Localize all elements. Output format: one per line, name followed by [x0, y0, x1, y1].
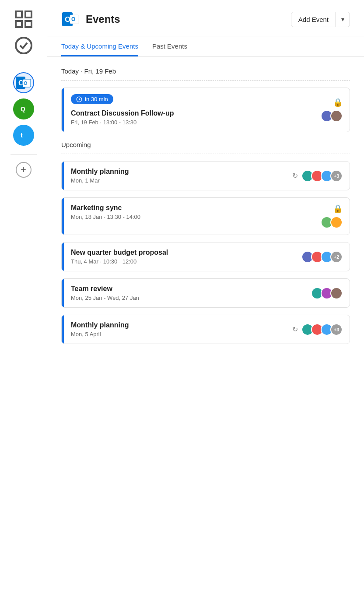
- svg-text:Q: Q: [21, 105, 25, 112]
- event-time: Fri, 19 Feb · 13:00 - 13:30: [71, 119, 307, 126]
- plus-icon: +: [21, 165, 26, 175]
- event-right: 🔒: [314, 198, 350, 235]
- page-title: Events: [86, 13, 120, 25]
- event-time: Mon, 25 Jan - Wed, 27 Jan: [71, 295, 297, 301]
- sidebar-divider-2: [10, 155, 37, 155]
- upcoming-section-label: Upcoming: [61, 141, 350, 148]
- upcoming-divider: [61, 154, 350, 154]
- event-card-upcoming-2[interactable]: New quarter budget proposal Thu, 4 Mar ·…: [61, 242, 350, 271]
- sidebar-item-outlook[interactable]: O O: [13, 72, 34, 93]
- event-title: Team review: [71, 285, 297, 293]
- event-right: ↻ +3: [285, 162, 350, 190]
- avatar: [330, 110, 343, 122]
- event-meta: ↻ +3: [292, 323, 343, 336]
- event-avatars: +3: [301, 323, 343, 336]
- event-badge: in 30 min: [71, 94, 113, 104]
- svg-rect-0: [16, 11, 22, 18]
- event-card-upcoming-1[interactable]: Marketing sync Mon, 18 Jan · 13:30 - 14:…: [61, 197, 350, 235]
- svg-text:O: O: [24, 81, 28, 86]
- avatar: [330, 287, 343, 299]
- svg-text:t: t: [21, 132, 23, 139]
- header-left: O O Events: [61, 10, 120, 29]
- outlook-logo: O O: [61, 10, 80, 29]
- event-meta: ↻ +3: [292, 170, 343, 182]
- event-time: Mon, 1 Mar: [71, 177, 278, 184]
- clock-icon: [76, 96, 82, 102]
- avatar-count: +3: [330, 170, 343, 182]
- event-title: New quarter budget proposal: [71, 249, 287, 256]
- event-body: Monthly planning Mon, 1 Mar: [64, 162, 285, 190]
- svg-rect-3: [25, 21, 32, 27]
- event-time: Mon, 18 Jan · 13:30 - 14:00: [71, 214, 307, 220]
- event-card-upcoming-0[interactable]: Monthly planning Mon, 1 Mar ↻ +3: [61, 161, 350, 190]
- event-body: Marketing sync Mon, 18 Jan · 13:30 - 14:…: [64, 198, 314, 235]
- event-avatars: [321, 110, 343, 122]
- event-body: New quarter budget proposal Thu, 4 Mar ·…: [64, 242, 294, 271]
- today-divider: [61, 80, 350, 81]
- sidebar-item-twitter[interactable]: t: [13, 125, 34, 146]
- grid-icon[interactable]: [13, 9, 34, 30]
- event-avatars: +2: [301, 251, 343, 263]
- badge-label: in 30 min: [85, 96, 108, 102]
- sidebar-divider-1: [10, 65, 37, 65]
- event-card-today-0[interactable]: in 30 min Contract Discussion Follow-up …: [61, 88, 350, 132]
- event-avatars: [311, 287, 343, 299]
- add-event-label: Add Event: [291, 12, 336, 27]
- event-right: [304, 279, 350, 307]
- today-date-label: Today · Fri, 19 Feb: [61, 67, 350, 75]
- event-avatars: [321, 216, 343, 228]
- check-icon[interactable]: [13, 35, 34, 56]
- event-title: Monthly planning: [71, 168, 278, 176]
- svg-point-4: [16, 38, 32, 53]
- lock-icon: 🔒: [333, 204, 343, 214]
- add-app-button[interactable]: +: [16, 162, 32, 178]
- event-avatars: +3: [301, 170, 343, 182]
- content: Today · Fri, 19 Feb in 30 min Contract D…: [47, 57, 364, 362]
- event-card-upcoming-4[interactable]: Monthly planning Mon, 5 April ↻ +3: [61, 315, 350, 344]
- repeat-icon: ↻: [292, 172, 298, 180]
- svg-point-11: [18, 130, 29, 141]
- event-right: ↻ +3: [285, 315, 350, 344]
- tab-past-events[interactable]: Past Events: [152, 36, 187, 56]
- tab-today-upcoming[interactable]: Today & Upcoming Events: [61, 36, 138, 56]
- event-card-upcoming-3[interactable]: Team review Mon, 25 Jan - Wed, 27 Jan: [61, 278, 350, 308]
- sidebar: O O Q t +: [0, 0, 47, 604]
- repeat-icon: ↻: [292, 325, 298, 334]
- avatar-count: +3: [330, 323, 343, 336]
- header: O O Events Add Event ▾: [47, 0, 364, 36]
- event-title: Contract Discussion Follow-up: [71, 109, 307, 117]
- svg-text:O: O: [71, 16, 75, 22]
- tabs: Today & Upcoming Events Past Events: [47, 36, 364, 57]
- chevron-down-icon[interactable]: ▾: [336, 12, 350, 27]
- lock-icon: 🔒: [333, 98, 343, 107]
- add-event-button[interactable]: Add Event ▾: [291, 12, 350, 27]
- event-body: in 30 min Contract Discussion Follow-up …: [64, 88, 314, 132]
- sidebar-item-quickbooks[interactable]: Q: [13, 98, 34, 119]
- event-time: Thu, 4 Mar · 10:30 - 12:00: [71, 258, 287, 265]
- event-title: Marketing sync: [71, 204, 307, 212]
- event-title: Monthly planning: [71, 321, 278, 329]
- event-body: Team review Mon, 25 Jan - Wed, 27 Jan: [64, 279, 304, 307]
- event-body: Monthly planning Mon, 5 April: [64, 315, 285, 344]
- svg-rect-1: [25, 11, 32, 18]
- event-right: +2: [294, 242, 350, 271]
- svg-text:O: O: [65, 15, 70, 24]
- avatar-count: +2: [330, 251, 343, 263]
- main-content: O O Events Add Event ▾ Today & Upcoming …: [47, 0, 364, 604]
- avatar: [330, 216, 343, 228]
- event-right: 🔒: [314, 88, 350, 132]
- svg-rect-2: [16, 21, 22, 27]
- event-time: Mon, 5 April: [71, 331, 278, 337]
